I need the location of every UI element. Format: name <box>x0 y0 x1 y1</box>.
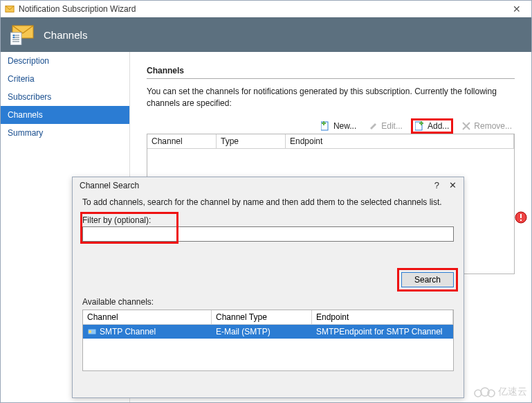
col-channel[interactable]: Channel <box>147 134 217 149</box>
dialog-help-button[interactable]: ? <box>434 180 439 190</box>
sidebar-item-summary[interactable]: Summary <box>1 124 129 142</box>
dialog-instruction: To add channels, search for the channel … <box>82 197 454 207</box>
channel-search-dialog: Channel Search ? ✕ To add channels, sear… <box>72 177 464 398</box>
remove-icon <box>461 121 471 131</box>
validation-error-icon <box>515 211 527 224</box>
row-channel: SMTP Channel <box>100 327 156 337</box>
edit-label: Edit... <box>381 121 403 131</box>
svg-rect-17 <box>520 220 522 221</box>
svg-point-19 <box>89 330 91 333</box>
header-band: Channels <box>1 17 531 52</box>
add-button[interactable]: Add... <box>412 120 452 132</box>
watermark: 亿速云 <box>472 386 527 398</box>
edit-icon <box>369 121 378 131</box>
svg-rect-2 <box>10 33 21 45</box>
channel-icon <box>87 327 97 337</box>
search-button[interactable]: Search <box>401 272 454 287</box>
svg-point-8 <box>13 37 15 38</box>
svg-rect-11 <box>322 123 326 124</box>
available-grid-empty[interactable] <box>83 339 453 370</box>
notification-subscription-wizard-window: Notification Subscription Wizard ✕ Chann… <box>0 0 532 403</box>
acol-channel[interactable]: Channel <box>83 310 212 325</box>
window-title: Notification Subscription Wizard <box>19 4 136 14</box>
remove-label: Remove... <box>474 121 512 131</box>
channels-header-icon <box>10 24 35 45</box>
channels-grid-header: Channel Type Endpoint <box>147 134 514 149</box>
new-icon <box>321 121 331 131</box>
available-channels-grid: Channel Channel Type Endpoint SMTP Chann… <box>82 310 454 371</box>
available-channels-label: Available channels: <box>82 297 454 307</box>
new-label: New... <box>333 121 356 131</box>
sidebar-item-criteria[interactable]: Criteria <box>1 70 129 88</box>
app-icon <box>5 4 15 14</box>
dialog-title: Channel Search <box>80 181 139 190</box>
channels-toolbar: New... Edit... Add... Remove... <box>147 120 515 132</box>
section-title: Channels <box>147 66 515 79</box>
header-title: Channels <box>44 29 87 41</box>
sidebar-item-description[interactable]: Description <box>1 52 129 70</box>
svg-point-7 <box>13 35 15 36</box>
window-close-button[interactable]: ✕ <box>506 3 527 15</box>
acol-endpoint[interactable]: Endpoint <box>312 310 453 325</box>
dialog-close-button[interactable]: ✕ <box>449 180 457 190</box>
col-type[interactable]: Type <box>217 134 286 149</box>
acol-type[interactable]: Channel Type <box>212 310 312 325</box>
edit-button: Edit... <box>366 120 405 132</box>
add-label: Add... <box>428 121 449 131</box>
section-description: You can set the channels for notificatio… <box>147 86 506 110</box>
remove-button: Remove... <box>459 120 515 132</box>
available-channel-row[interactable]: SMTP Channel E-Mail (SMTP) SMTPEndpoint … <box>83 325 453 339</box>
col-endpoint[interactable]: Endpoint <box>286 134 514 149</box>
titlebar: Notification Subscription Wizard ✕ <box>1 1 531 17</box>
dialog-titlebar: Channel Search ? ✕ <box>73 177 464 193</box>
filter-label: Filter by (optional): <box>82 214 454 226</box>
filter-input[interactable] <box>82 226 454 242</box>
available-grid-header: Channel Channel Type Endpoint <box>83 310 453 325</box>
add-icon <box>415 121 425 131</box>
svg-rect-14 <box>419 123 423 124</box>
sidebar-item-subscribers[interactable]: Subscribers <box>1 88 129 106</box>
svg-rect-16 <box>520 214 522 218</box>
sidebar-item-channels[interactable]: Channels <box>1 106 129 124</box>
new-button[interactable]: New... <box>318 120 359 132</box>
row-endpoint: SMTPEndpoint for SMTP Channel <box>316 327 443 337</box>
row-type: E-Mail (SMTP) <box>216 327 270 337</box>
watermark-text: 亿速云 <box>498 386 527 398</box>
